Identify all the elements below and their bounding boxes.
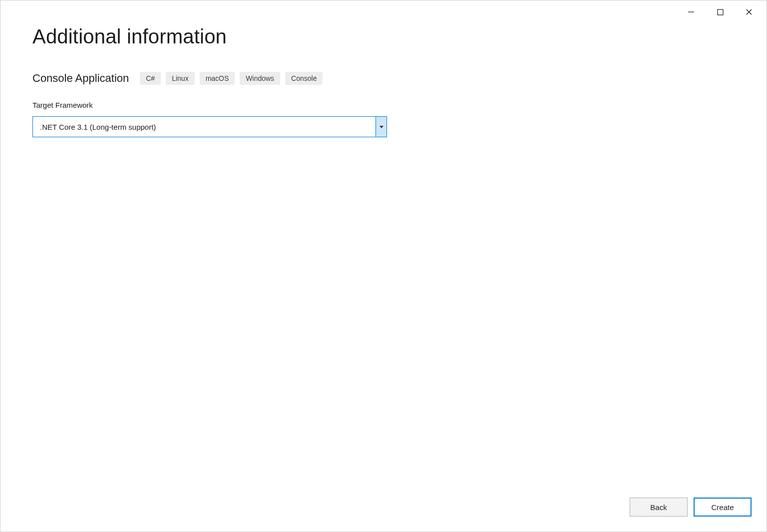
combobox-dropdown-button[interactable] bbox=[376, 117, 386, 137]
target-framework-label: Target Framework bbox=[32, 101, 735, 109]
minimize-icon bbox=[688, 8, 695, 15]
target-framework-value: .NET Core 3.1 (Long-term support) bbox=[33, 117, 376, 137]
chevron-down-icon bbox=[380, 126, 384, 128]
template-name: Console Application bbox=[32, 72, 129, 85]
footer-buttons: Back Create bbox=[630, 498, 752, 517]
tag: Console bbox=[285, 72, 323, 85]
main-content: Additional information Console Applicati… bbox=[0, 0, 767, 137]
create-button[interactable]: Create bbox=[694, 498, 752, 517]
maximize-icon bbox=[717, 9, 724, 15]
tag: C# bbox=[140, 72, 161, 85]
tag: Linux bbox=[166, 72, 194, 85]
window-controls bbox=[677, 0, 767, 20]
close-icon bbox=[746, 8, 753, 15]
maximize-button[interactable] bbox=[706, 4, 735, 19]
close-button[interactable] bbox=[735, 4, 764, 19]
tag: Windows bbox=[240, 72, 280, 85]
tag-row: C# Linux macOS Windows Console bbox=[140, 72, 323, 85]
template-header-row: Console Application C# Linux macOS Windo… bbox=[32, 72, 735, 85]
svg-marker-4 bbox=[380, 126, 384, 128]
tag: macOS bbox=[200, 72, 235, 85]
page-title: Additional information bbox=[32, 25, 735, 48]
minimize-button[interactable] bbox=[677, 4, 706, 19]
back-button[interactable]: Back bbox=[630, 498, 688, 517]
target-framework-combobox[interactable]: .NET Core 3.1 (Long-term support) bbox=[32, 116, 387, 137]
svg-rect-1 bbox=[718, 9, 723, 15]
